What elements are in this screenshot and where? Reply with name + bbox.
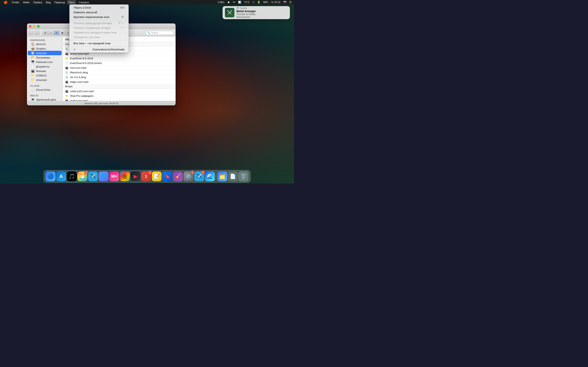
menubar-file[interactable]: Файл (21, 0, 31, 4)
dock-item-photos[interactable]: 🌅 1 (78, 171, 87, 181)
file-item[interactable]: 📁 iPad Pro wallpapers › (63, 94, 176, 98)
forward-button[interactable]: › (35, 31, 40, 35)
menubar-view[interactable]: Вид (44, 0, 52, 4)
dock-item-fantastical[interactable]: 1 1 (141, 171, 151, 181)
dock-item-mark[interactable]: 🔖 (163, 171, 172, 181)
video-icon: 🎬 (65, 52, 68, 55)
menu-separator-2 (69, 40, 129, 40)
dock-item-chrome[interactable]: ◎ (120, 171, 130, 181)
dock-item-mercury[interactable]: 🌐 (99, 171, 109, 181)
menu-item-next-tab[interactable]: Показать следующую вкладку ⌃→ (70, 25, 128, 30)
menubar-left: 🍎 Finder Файл Правка Вид Переход Окно Сп… (2, 0, 90, 4)
sidebar-item-apps[interactable]: 📂 Программы (28, 55, 62, 60)
menu-separator-1 (69, 20, 129, 20)
folder-icon: 📁 (65, 57, 68, 60)
menubar-window[interactable]: Окно (67, 0, 76, 4)
file-item[interactable]: 🎬 cubot p20.conv.mp4 (63, 89, 176, 94)
window-close-button[interactable] (29, 25, 31, 27)
window-minimize-button[interactable] (33, 25, 35, 27)
search-box[interactable]: 🔍 Поиск (145, 31, 174, 35)
dock-item-appstore[interactable]: A (56, 171, 66, 181)
menu-item-label: /Users/akozoriz/Downloads (92, 48, 125, 51)
sidebar-label: Фильмы (36, 69, 46, 73)
apple-menu[interactable]: 🍎 (2, 0, 10, 4)
back-button[interactable]: ‹ (29, 31, 34, 35)
video-icon: 🎬 (65, 80, 68, 83)
sidebar-item-downloads[interactable]: ⬇️ Загрузки (28, 51, 62, 55)
menu-item-scale[interactable]: Изменить масштаб (70, 10, 128, 15)
desktop-icon: 🖥️ (31, 60, 34, 64)
dock-item-capo[interactable]: 🎸 (173, 171, 183, 181)
unsorted-folder-icon: 📁 (31, 78, 34, 82)
sidebar-item-comics[interactable]: 📁 COMICS (28, 73, 62, 78)
menubar-edit[interactable]: Правка (32, 0, 44, 4)
dock-item-preview[interactable]: 📄 (228, 171, 238, 181)
dock-item-files[interactable]: 🗂️ (217, 171, 227, 181)
finder-statusbar: объекты (50); доступно 38,58 ГБ (27, 101, 176, 105)
menu-separator-3 (69, 46, 129, 47)
sidebar-item-desktop[interactable]: 🖥️ Рабочий стол (28, 60, 62, 64)
menu-shortcut-prev: ⇧⌃← (118, 22, 125, 25)
menu-item-dock[interactable]: Убрать в Dock ⌘M (70, 5, 128, 10)
dock-item-mu[interactable]: M+ (109, 171, 119, 181)
dock-item-quicktime[interactable]: ▶ (131, 171, 140, 181)
file-item[interactable]: 💿 RetroArch.dmg (63, 70, 176, 75)
column-view-button[interactable]: ⊟ (54, 31, 59, 35)
dock-item-finder[interactable]: 🔵 (46, 171, 56, 181)
video-icon: 🎬 (65, 99, 68, 101)
music-notification[interactable]: ⚔️ 🎵 Spotify Metal Avenger Thunder & Ste… (223, 6, 290, 19)
sidebar-item-movies[interactable]: 🎬 Фильмы (28, 69, 62, 73)
menu-item-merge[interactable]: Объединить все окна (70, 35, 128, 40)
gallery-view-button[interactable]: ▦ (60, 31, 65, 35)
status-text: объекты (50); доступно 38,58 ГБ (84, 102, 118, 105)
menubar-flag: 🇷🇺 (283, 1, 287, 4)
window-maximize-button[interactable] (37, 25, 40, 27)
song-artist-name: Stormwarrior (236, 16, 287, 18)
sidebar-item-icloud[interactable]: ☁️ iCloud Drive (28, 87, 62, 92)
menubar-layout: ☰ (288, 1, 292, 4)
view-buttons: ⊞ ≡ ⊟ ▦ ▾ (43, 31, 71, 35)
sidebar-item-akozoriz[interactable]: 🏠 akozoriz (28, 42, 62, 46)
menu-item-prev-tab[interactable]: Показать предыдущую вкладку ⇧⌃← (70, 21, 128, 25)
icon-view-button[interactable]: ⊞ (43, 31, 48, 35)
sidebar-item-documents[interactable]: 📄 Документы (28, 64, 62, 69)
menu-item-label: Все окна — на передний план (73, 42, 111, 45)
comics-folder-icon: 📁 (31, 74, 34, 77)
menu-item-label: Показать предыдущую вкладку (73, 22, 112, 25)
menubar-battery: 🔋 (256, 1, 261, 4)
menu-item-bring-front[interactable]: Все окна — на передний план (70, 41, 128, 46)
menubar-go[interactable]: Переход (53, 0, 67, 4)
menu-item-downloads-window[interactable]: ✓ /Users/akozoriz/Downloads (70, 47, 128, 52)
menu-item-move-tab[interactable]: Переместить вкладку в новое окно (70, 30, 128, 35)
dock-item-syspref[interactable]: ⚙️ 1 (184, 171, 194, 181)
dock-item-trash[interactable]: 🗑️ (239, 171, 249, 181)
dock-item-spotify[interactable]: 🎵 (67, 171, 77, 181)
search-placeholder: Поиск (151, 31, 158, 34)
menubar: 🍎 Finder Файл Правка Вид Переход Окно Сп… (0, 0, 294, 4)
places-header: Места (27, 94, 62, 97)
menubar-finder[interactable]: Finder (10, 0, 21, 4)
menu-item-cycle[interactable]: Круговое переключение окон ⌘` (70, 15, 128, 19)
sidebar-label: Программы (36, 56, 50, 59)
menu-shortcut-next: ⌃→ (120, 26, 125, 29)
dock-item-telegram[interactable]: ✈️ (88, 171, 98, 181)
dock-item-stickies[interactable]: 📝 (152, 171, 162, 181)
file-item[interactable]: 📁 EverDrive-9-5-2018 › (63, 56, 176, 61)
dock: 🔵 A 🎵 🌅 1 ✈️ 🌐 M+ ◎ ▶ 1 1 📝 🔖 🎸 ⚙️ 1 ✈️ (43, 170, 251, 183)
file-item[interactable]: 💿 vlc-3.0.4.dmg (63, 75, 176, 80)
dropbox-icon: 📦 (31, 47, 34, 50)
file-item[interactable]: 📄 EverDrive-9-5-2018.torrent (63, 61, 176, 66)
sidebar-item-remote[interactable]: 💻 Удаленный диск (28, 97, 62, 101)
fantastical-badge: 1 (148, 171, 152, 174)
sidebar-item-unsorted[interactable]: 📁 Unsorted (28, 78, 62, 82)
file-item[interactable]: 🎬 hud.conv.mp4 (63, 66, 176, 70)
dock-item-arc[interactable]: 🌊 (205, 171, 215, 181)
list-view-button[interactable]: ≡ (48, 31, 53, 35)
dock-item-telegram2[interactable]: ✈️ 3 (194, 171, 204, 181)
expand-icon: › (172, 57, 173, 59)
file-item[interactable]: 🎬 multi.conv.mp4 (63, 98, 176, 101)
file-item[interactable]: 🎬 wago.conv.mp4 (63, 80, 176, 84)
sidebar-item-dropbox[interactable]: 📦 Dropbox (28, 46, 62, 51)
search-icon: 🔍 (147, 31, 150, 34)
menubar-help[interactable]: Справка (77, 0, 90, 4)
